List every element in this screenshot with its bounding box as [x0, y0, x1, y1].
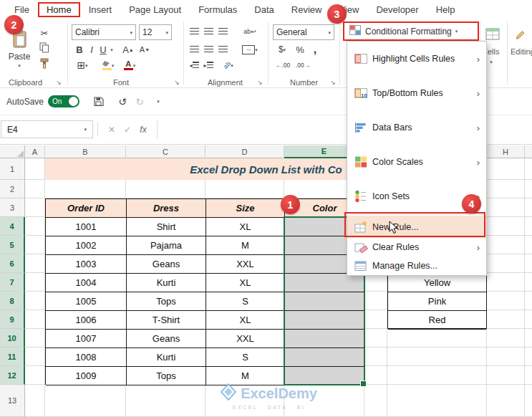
font-name-select[interactable]: Calibri▾: [72, 24, 136, 40]
cell-A11[interactable]: [25, 348, 45, 366]
percent-style-button[interactable]: %: [294, 42, 306, 57]
tab-data[interactable]: Data: [246, 2, 282, 17]
alignment-dialog-launcher[interactable]: ↘: [256, 78, 264, 87]
color-cell-red[interactable]: Red: [388, 311, 486, 330]
cell-B5[interactable]: 1002: [46, 236, 127, 255]
merge-center-button[interactable]: ↔▾: [241, 42, 259, 57]
cell-D8[interactable]: S: [206, 292, 285, 311]
autosave-toggle[interactable]: On: [48, 95, 79, 107]
redo-button[interactable]: ↻: [131, 95, 148, 109]
tab-review[interactable]: Review: [283, 2, 331, 17]
tab-file[interactable]: File: [6, 2, 38, 17]
fill-color-button[interactable]: ▾: [99, 58, 117, 72]
column-header-A[interactable]: A: [25, 145, 45, 158]
tab-insert[interactable]: Insert: [80, 2, 121, 17]
middle-align-button[interactable]: [202, 24, 215, 39]
column-header-B[interactable]: B: [45, 145, 126, 158]
conditional-formatting-button[interactable]: Conditional Formatting ▾: [343, 21, 479, 41]
cell-C12[interactable]: Tops: [127, 367, 206, 385]
center-button[interactable]: [202, 42, 215, 57]
cell-I13[interactable]: [525, 385, 532, 417]
tab-developer[interactable]: Developer: [367, 2, 427, 17]
cut-button[interactable]: ✂: [37, 27, 52, 39]
cell-D5[interactable]: M: [206, 236, 285, 255]
cell-A10[interactable]: [25, 329, 45, 348]
menu-item-data-bars[interactable]: Data Bars›: [347, 110, 486, 145]
bold-button[interactable]: B: [73, 42, 86, 57]
row-header-5[interactable]: 5: [0, 236, 25, 254]
row-header-1[interactable]: 1: [0, 158, 25, 180]
cell-D10[interactable]: XXL: [206, 330, 285, 348]
cell-A8[interactable]: [25, 292, 45, 310]
tab-home[interactable]: Home: [38, 2, 80, 17]
underline-chevron-icon[interactable]: ▾: [108, 42, 115, 57]
cell-F13[interactable]: [364, 385, 387, 417]
cell-D4[interactable]: XL: [206, 218, 285, 236]
cell-I3[interactable]: [525, 198, 532, 217]
align-left-button[interactable]: [188, 42, 200, 57]
header-cell-order-id[interactable]: Order ID: [46, 199, 127, 218]
cell-A9[interactable]: [25, 310, 45, 329]
cell-A1[interactable]: [25, 158, 45, 180]
cell-A4[interactable]: [25, 217, 45, 236]
orientation-button[interactable]: ab▾: [221, 58, 236, 72]
cell-A6[interactable]: [25, 254, 45, 273]
cell-H13[interactable]: [487, 385, 525, 417]
cell-H5[interactable]: [487, 236, 525, 254]
color-cell-pink[interactable]: Pink: [388, 292, 486, 311]
cell-B10[interactable]: 1007: [46, 330, 127, 348]
font-size-select[interactable]: 12▾: [139, 24, 172, 40]
cell-B4[interactable]: 1001: [46, 218, 127, 236]
row-header-6[interactable]: 6: [0, 254, 25, 273]
cell-I12[interactable]: [525, 366, 532, 385]
bottom-align-button[interactable]: [216, 24, 229, 39]
cell-I2[interactable]: [525, 180, 532, 198]
menu-item-clear-rules[interactable]: Clear Rules›: [347, 238, 486, 257]
row-header-4[interactable]: 4: [0, 217, 25, 236]
decrease-indent-button[interactable]: ◂: [188, 58, 200, 72]
row-header-8[interactable]: 8: [0, 292, 25, 310]
underline-button[interactable]: U: [97, 42, 109, 57]
cell-G10[interactable]: [387, 329, 487, 348]
cancel-button[interactable]: ✕: [105, 120, 119, 138]
row-header-9[interactable]: 9: [0, 310, 25, 329]
font-dialog-launcher[interactable]: ↘: [173, 78, 181, 87]
wrap-text-button[interactable]: ab↩: [241, 24, 259, 39]
number-format-select[interactable]: General▾: [273, 24, 334, 40]
cell-B12[interactable]: 1009: [46, 367, 127, 385]
cell-I5[interactable]: [525, 236, 532, 254]
increase-font-size-button[interactable]: A▲: [120, 42, 136, 57]
cell-A2[interactable]: [25, 180, 45, 198]
decrease-font-size-button[interactable]: A▼: [137, 42, 152, 57]
cell-B6[interactable]: 1003: [46, 255, 127, 274]
cell-D6[interactable]: XXL: [206, 255, 285, 274]
column-header-partial[interactable]: [525, 145, 532, 158]
customize-qat-chevron-icon[interactable]: ▾: [153, 95, 164, 109]
cell-H4[interactable]: [487, 217, 525, 236]
cell-C7[interactable]: Kurti: [127, 274, 206, 292]
tab-help[interactable]: Help: [427, 2, 464, 17]
column-header-D[interactable]: D: [205, 145, 284, 158]
cell-I1[interactable]: [525, 158, 532, 180]
cell-H12[interactable]: [487, 366, 525, 385]
row-header-12[interactable]: 12: [0, 366, 25, 385]
cell-F8[interactable]: [364, 292, 387, 310]
cell-F9[interactable]: [364, 310, 387, 329]
cell-H8[interactable]: [487, 292, 525, 310]
cell-C4[interactable]: Shirt: [127, 218, 206, 236]
undo-button[interactable]: ↺: [114, 95, 131, 109]
column-header-H[interactable]: H: [487, 145, 525, 158]
tab-page-layout[interactable]: Page Layout: [120, 2, 190, 17]
cell-B11[interactable]: 1008: [46, 348, 127, 367]
cell-H6[interactable]: [487, 254, 525, 273]
cell-C2[interactable]: [126, 180, 205, 198]
row-header-10[interactable]: 10: [0, 329, 25, 348]
cell-A5[interactable]: [25, 236, 45, 254]
color-cell-yellow[interactable]: Yellow: [388, 274, 486, 292]
cell-B2[interactable]: [45, 180, 126, 198]
cell-C11[interactable]: Kurti: [127, 348, 206, 367]
cell-H3[interactable]: [487, 198, 525, 217]
menu-item-highlight-cells-rules[interactable]: Highlight Cells Rules›: [347, 42, 486, 76]
top-align-button[interactable]: [188, 24, 200, 39]
cell-C13[interactable]: [126, 385, 205, 417]
